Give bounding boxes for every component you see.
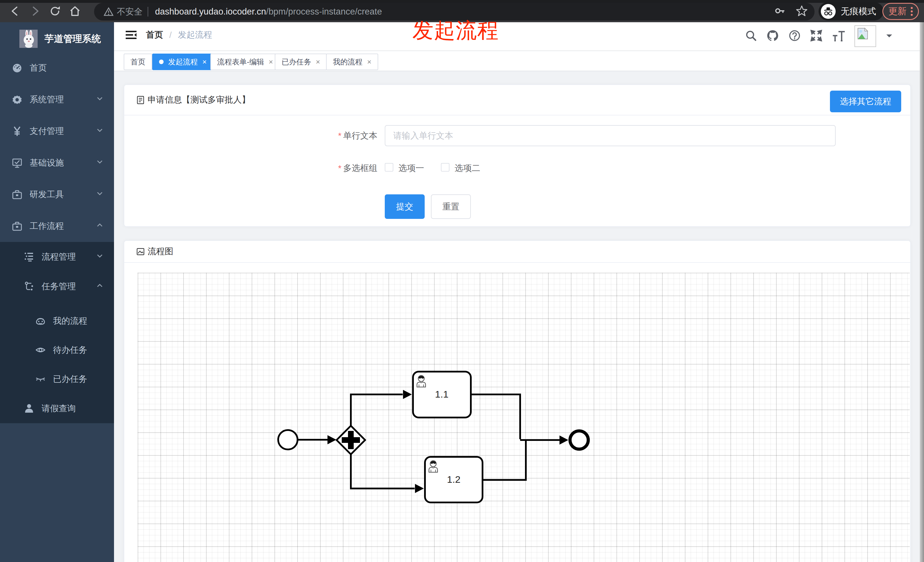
update-label: 更新	[888, 5, 907, 18]
url-path[interactable]: /bpm/process-instance/create	[266, 6, 382, 17]
sidebar-item-todo-tasks[interactable]: 待办任务	[0, 336, 114, 364]
tag-done-tasks[interactable]: 已办任务 ×	[275, 54, 327, 70]
reload-icon[interactable]	[48, 4, 62, 18]
workflow-submenu: 流程管理 任务管理 我的流程 待办任务	[0, 242, 114, 423]
update-button[interactable]: 更新	[882, 3, 919, 20]
bpmn-canvas[interactable]: 1.1 1.2	[138, 273, 910, 562]
app-logo-row[interactable]: 芋道管理系统	[0, 22, 114, 54]
github-icon[interactable]	[766, 29, 779, 43]
checkbox-option-2[interactable]	[441, 163, 450, 172]
close-icon[interactable]: ×	[269, 58, 273, 66]
close-icon[interactable]: ×	[316, 58, 320, 66]
tag-home[interactable]: 首页	[124, 54, 152, 70]
checkbox-option-1-label[interactable]: 选项一	[399, 162, 424, 174]
text-field-label: *单行文本	[292, 130, 377, 142]
user-task-1-2[interactable]: 1.2	[425, 457, 483, 502]
url-host[interactable]: dashboard.yudao.iocoder.cn	[155, 6, 266, 17]
apply-info-card-header: 申请信息【测试多审批人】 选择其它流程	[124, 85, 910, 115]
sidebar-item-infrastructure[interactable]: 基础设施	[0, 147, 114, 179]
sidebar-collapse-icon[interactable]	[124, 28, 138, 42]
not-secure-label[interactable]: 不安全	[117, 6, 142, 18]
chevron-down-icon	[96, 158, 104, 168]
submit-button[interactable]: 提交	[385, 194, 424, 219]
incognito-icon	[821, 4, 836, 19]
eye-closed-icon	[35, 374, 46, 384]
required-marker: *	[338, 163, 342, 173]
document-icon	[136, 96, 145, 104]
active-dot	[159, 60, 164, 64]
checkbox-option-2-label[interactable]: 选项二	[454, 162, 480, 174]
close-icon[interactable]: ×	[202, 58, 207, 66]
sidebar-item-label: 已办任务	[53, 373, 87, 385]
picture-icon	[136, 247, 145, 256]
window-top-strip	[0, 0, 924, 3]
not-secure-warning-icon[interactable]	[104, 7, 113, 16]
font-size-icon[interactable]	[832, 29, 845, 43]
end-event[interactable]	[570, 431, 588, 449]
tag-label: 已办任务	[282, 57, 311, 67]
sidebar: 芋道管理系统 首页 系统管理 支付管理 基础设施	[0, 22, 114, 562]
process-diagram-card: 流程图	[124, 240, 911, 562]
bookmark-star-icon[interactable]	[796, 5, 808, 19]
sidebar-item-my-process[interactable]: 我的流程	[0, 306, 114, 336]
sidebar-item-system[interactable]: 系统管理	[0, 84, 114, 115]
chevron-down-icon	[96, 189, 104, 199]
sidebar-item-task-management[interactable]: 任务管理	[0, 271, 114, 301]
sidebar-item-label: 任务管理	[42, 281, 76, 292]
back-icon[interactable]	[8, 4, 22, 18]
sidebar-item-label: 基础设施	[30, 157, 64, 169]
sidebar-item-label: 待办任务	[53, 344, 87, 356]
breadcrumb-home[interactable]: 首页	[146, 29, 163, 41]
choose-other-process-button[interactable]: 选择其它流程	[830, 91, 901, 112]
chevron-down-icon	[96, 252, 104, 262]
robot-icon	[35, 316, 46, 326]
tag-start-process[interactable]: 发起流程 ×	[152, 54, 213, 70]
yen-icon	[12, 126, 22, 136]
tag-label: 流程表单-编辑	[217, 57, 264, 67]
tag-form-edit[interactable]: 流程表单-编辑 ×	[210, 54, 280, 70]
key-icon[interactable]	[774, 5, 786, 18]
sidebar-item-label: 研发工具	[30, 189, 64, 200]
process-diagram-title: 流程图	[148, 246, 173, 257]
avatar[interactable]	[855, 25, 876, 47]
parallel-gateway[interactable]	[337, 426, 365, 454]
incognito-label: 无痕模式	[841, 5, 876, 17]
home-icon[interactable]	[68, 4, 82, 18]
close-icon[interactable]: ×	[367, 58, 371, 66]
sidebar-item-workflow[interactable]: 工作流程	[0, 210, 114, 242]
annotation-text: 发起流程	[412, 16, 499, 45]
sidebar-item-label: 工作流程	[30, 220, 64, 232]
eye-open-icon	[35, 345, 46, 355]
sidebar-item-label: 请假查询	[42, 403, 76, 414]
page-scrollbar[interactable]	[920, 22, 924, 562]
user-icon	[24, 403, 34, 414]
chevron-up-icon	[96, 221, 104, 231]
checkbox-option-1[interactable]	[385, 163, 393, 172]
arrowhead	[415, 484, 424, 493]
sidebar-item-label: 我的流程	[53, 315, 87, 327]
tag-label: 我的流程	[333, 57, 363, 67]
user-task-1-1[interactable]: 1.1	[413, 372, 471, 418]
sidebar-item-dev-tools[interactable]: 研发工具	[0, 179, 114, 210]
sidebar-item-process-management[interactable]: 流程管理	[0, 242, 114, 271]
tag-my-process[interactable]: 我的流程 ×	[326, 54, 378, 70]
single-line-text-input[interactable]	[385, 125, 836, 146]
sidebar-item-home[interactable]: 首页	[0, 52, 114, 84]
sidebar-item-done-tasks[interactable]: 已办任务	[0, 364, 114, 394]
task-label: 1.1	[435, 389, 448, 400]
start-event[interactable]	[278, 430, 297, 450]
task-label: 1.2	[447, 474, 460, 485]
tag-label: 首页	[130, 57, 146, 67]
apply-info-title: 申请信息【测试多审批人】	[148, 94, 250, 106]
chevron-down-icon	[96, 126, 104, 136]
sidebar-item-payment[interactable]: 支付管理	[0, 115, 114, 147]
fullscreen-icon[interactable]	[810, 29, 822, 43]
sidebar-item-leave-query[interactable]: 请假查询	[0, 394, 114, 423]
chrome-menu-dots-icon[interactable]	[910, 6, 913, 16]
help-icon[interactable]	[788, 29, 801, 43]
forward-icon[interactable]	[28, 4, 42, 18]
reset-button[interactable]: 重置	[431, 194, 471, 219]
search-icon[interactable]	[745, 30, 757, 43]
caret-down-icon[interactable]	[885, 33, 893, 40]
incognito-badge: 无痕模式	[819, 2, 884, 21]
